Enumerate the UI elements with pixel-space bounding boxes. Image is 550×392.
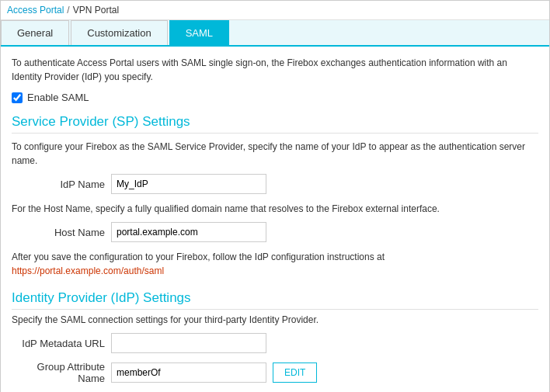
idp-section-title: Identity Provider (IdP) Settings (12, 290, 538, 310)
host-name-input[interactable] (111, 222, 266, 242)
breadcrumb: Access Portal / VPN Portal (1, 1, 549, 20)
tab-general[interactable]: General (1, 20, 69, 45)
edit-button[interactable]: EDIT (273, 363, 317, 383)
sp-section-title: Service Provider (SP) Settings (12, 114, 538, 134)
after-save-pre: After you save the configuration to your… (12, 252, 385, 262)
enable-saml-row: Enable SAML (12, 92, 538, 103)
saml-auth-link[interactable]: https://portal.example.com/auth/saml (12, 265, 164, 276)
host-name-row: Host Name (12, 222, 538, 242)
idp-section: Identity Provider (IdP) Settings Specify… (12, 290, 538, 384)
host-name-label: Host Name (12, 227, 105, 238)
group-attr-label: Group Attribute Name (12, 361, 105, 384)
saml-top-description: To authenticate Access Portal users with… (12, 56, 538, 84)
idp-section-desc: Specify the SAML connection settings for… (12, 314, 538, 325)
idp-name-row: IdP Name (12, 174, 538, 194)
group-attr-row: Group Attribute Name EDIT (12, 361, 538, 384)
idp-name-label: IdP Name (12, 179, 105, 190)
sp-description: To configure your Firebox as the SAML Se… (12, 140, 538, 168)
idp-metadata-row: IdP Metadata URL (12, 333, 538, 353)
enable-saml-checkbox[interactable] (12, 92, 23, 103)
host-name-description: For the Host Name, specify a fully quali… (12, 202, 538, 216)
idp-name-input[interactable] (111, 174, 266, 194)
group-attr-input[interactable] (111, 363, 266, 383)
content-area: To authenticate Access Portal users with… (1, 47, 549, 392)
tab-customization[interactable]: Customization (71, 20, 167, 45)
idp-metadata-label: IdP Metadata URL (12, 338, 105, 349)
breadcrumb-separator: / (67, 5, 69, 16)
tab-bar: General Customization SAML (1, 20, 549, 47)
breadcrumb-link[interactable]: Access Portal (7, 5, 64, 16)
idp-metadata-input[interactable] (111, 333, 266, 353)
tab-saml[interactable]: SAML (169, 20, 229, 45)
main-window: Access Portal / VPN Portal General Custo… (0, 0, 550, 392)
enable-saml-label: Enable SAML (27, 92, 89, 103)
after-save-text: After you save the configuration to your… (12, 250, 538, 278)
breadcrumb-current: VPN Portal (73, 5, 119, 16)
